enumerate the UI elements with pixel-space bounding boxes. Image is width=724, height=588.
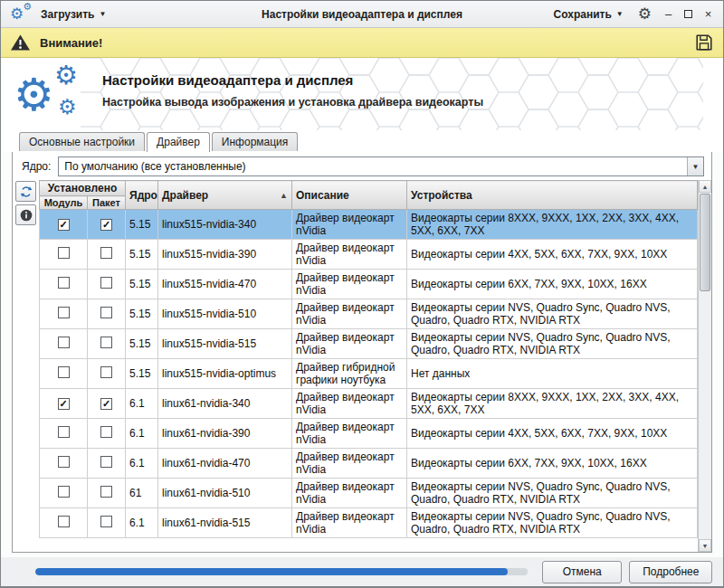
column-header-module[interactable]: Модуль (40, 196, 88, 210)
driver-table: Установлено Ядро Драйвер ▲ Описание Устр… (39, 180, 698, 552)
cell-devices: Видеокарты серии 6XX, 7XX, 9XX, 10XX, 16… (407, 449, 698, 479)
scrollbar-track[interactable] (699, 193, 711, 539)
scrollbar-thumb[interactable] (700, 194, 710, 291)
package-checkbox[interactable] (100, 366, 112, 378)
chevron-down-icon: ▼ (616, 10, 624, 18)
vertical-scrollbar[interactable]: ▲ ▼ (698, 180, 711, 552)
table-row[interactable]: 5.15 linux515-nvidia-510 Драйвер видеока… (40, 299, 698, 329)
cancel-button[interactable]: Отмена (542, 561, 622, 583)
kernel-select[interactable]: По умолчанию (все установленные) ▼ (58, 156, 704, 176)
save-button[interactable]: Сохранить ▼ (550, 5, 627, 24)
module-checkbox[interactable]: ✓ (58, 219, 70, 231)
column-header-package[interactable]: Пакет (88, 196, 126, 210)
cell-description: Драйвер видеокарт nVidia (292, 508, 407, 538)
module-checkbox[interactable] (58, 337, 70, 348)
column-header-kernel[interactable]: Ядро (126, 181, 158, 210)
table-row[interactable]: ✓ ✓ 6.1 linux61-nvidia-340 Драйвер видео… (40, 389, 698, 419)
module-checkbox[interactable] (58, 366, 70, 378)
package-checkbox[interactable] (100, 307, 112, 318)
details-button[interactable]: Подробнее (629, 561, 712, 583)
column-header-installed[interactable]: Установлено (40, 181, 126, 196)
table-row[interactable]: 6.1 linux61-nvidia-390 Драйвер видеокарт… (40, 419, 698, 449)
cell-kernel: 6.1 (126, 389, 158, 419)
app-logo-gears-icon: ⚙ ⚙ ⚙ (14, 60, 93, 128)
app-header: ⚙ ⚙ ⚙ Настройки видеоадаптера и дисплея … (1, 58, 723, 130)
package-checkbox[interactable] (100, 247, 112, 259)
tab-main-settings[interactable]: Основные настройки (19, 132, 145, 151)
table-row[interactable]: 5.15 linux515-nvidia-optimus Драйвер гиб… (40, 359, 698, 389)
table-row[interactable]: 6.1 linux61-nvidia-470 Драйвер видеокарт… (40, 449, 698, 479)
cell-kernel: 5.15 (126, 329, 158, 359)
table-row[interactable]: 6.1 linux61-nvidia-515 Драйвер видеокарт… (40, 508, 698, 538)
cell-description: Драйвер гибридной графики ноутбука (292, 359, 407, 389)
cell-devices: Нет данных (407, 359, 698, 389)
package-checkbox[interactable] (100, 486, 112, 498)
cell-kernel: 5.15 (126, 210, 158, 240)
close-button[interactable]: × (702, 8, 714, 21)
module-checkbox[interactable] (58, 307, 70, 318)
cell-driver: linux61-nvidia-470 (158, 449, 292, 479)
scroll-down-button[interactable]: ▼ (699, 539, 711, 552)
cell-description: Драйвер видеокарт nVidia (292, 449, 407, 479)
chevron-down-icon: ▼ (99, 10, 106, 18)
package-checkbox[interactable] (100, 277, 112, 289)
package-checkbox[interactable]: ✓ (100, 219, 112, 231)
maximize-button[interactable] (682, 8, 694, 21)
column-header-devices[interactable]: Устройства (407, 181, 698, 210)
cell-description: Драйвер видеокарт nVidia (292, 210, 407, 240)
kernel-select-value: По умолчанию (все установленные) (64, 160, 245, 173)
cell-description: Драйвер видеокарт nVidia (292, 389, 407, 419)
table-row[interactable]: ✓ ✓ 5.15 linux515-nvidia-340 Драйвер вид… (40, 210, 698, 240)
package-checkbox[interactable]: ✓ (100, 398, 112, 410)
warning-text: Внимание! (40, 36, 102, 50)
column-header-driver[interactable]: Драйвер ▲ (158, 181, 292, 210)
page-title: Настройки видеоадаптера и дисплея (102, 72, 483, 88)
table-header: Установлено Ядро Драйвер ▲ Описание Устр… (40, 181, 698, 210)
cell-devices: Видеокарты серии NVS, Quadro Sync, Quadr… (407, 329, 698, 359)
driver-table-body: ✓ ✓ 5.15 linux515-nvidia-340 Драйвер вид… (40, 210, 698, 538)
package-checkbox[interactable] (100, 516, 112, 527)
select-dropdown-icon[interactable]: ▼ (687, 157, 703, 175)
info-icon (19, 208, 33, 223)
cell-driver: linux61-nvidia-515 (158, 508, 292, 538)
cell-devices: Видеокарты серии NVS, Quadro Sync, Quadr… (407, 299, 698, 329)
cell-description: Драйвер видеокарт nVidia (292, 329, 407, 359)
module-checkbox[interactable] (58, 486, 70, 498)
footer: Отмена Подробнее (1, 557, 723, 586)
module-checkbox[interactable]: ✓ (58, 398, 70, 410)
cell-driver: linux61-nvidia-390 (158, 419, 292, 449)
cell-devices: Видеокарты серии 4XX, 5XX, 6XX, 7XX, 9XX… (407, 240, 698, 270)
table-row[interactable]: 5.15 linux515-nvidia-515 Драйвер видеока… (40, 329, 698, 359)
module-checkbox[interactable] (58, 247, 70, 259)
cell-description: Драйвер видеокарт nVidia (292, 479, 407, 508)
window-controls: – × (662, 8, 714, 21)
scroll-up-button[interactable]: ▲ (699, 180, 711, 193)
cell-description: Драйвер видеокарт nVidia (292, 270, 407, 299)
cell-kernel: 6.1 (126, 508, 158, 538)
table-row[interactable]: 5.15 linux515-nvidia-470 Драйвер видеока… (40, 270, 698, 299)
tab-information[interactable]: Информация (212, 132, 298, 151)
cell-devices: Видеокарты серии 8XXX, 9XXX, 1XX, 2XX, 3… (407, 389, 698, 419)
cell-kernel: 5.15 (126, 240, 158, 270)
package-checkbox[interactable] (100, 337, 112, 348)
save-file-button[interactable] (694, 33, 714, 52)
settings-gear-icon[interactable]: ⚙ (638, 6, 652, 22)
cell-description: Драйвер видеокарт nVidia (292, 299, 407, 329)
module-checkbox[interactable] (58, 456, 70, 468)
column-header-description[interactable]: Описание (292, 181, 407, 210)
titlebar: ⚙⚙ Загрузить ▼ Настройки видеоадаптера и… (1, 1, 723, 28)
minimize-button[interactable]: – (662, 8, 674, 21)
package-checkbox[interactable] (100, 426, 112, 438)
table-row[interactable]: 61 linux61-nvidia-510 Драйвер видеокарт … (40, 479, 698, 508)
module-checkbox[interactable] (58, 426, 70, 438)
refresh-button[interactable] (15, 181, 36, 202)
module-checkbox[interactable] (58, 277, 70, 289)
cell-driver: linux515-nvidia-340 (158, 210, 292, 240)
table-row[interactable]: 5.15 linux515-nvidia-390 Драйвер видеока… (40, 240, 698, 270)
package-checkbox[interactable] (100, 456, 112, 468)
load-button[interactable]: Загрузить ▼ (37, 5, 110, 24)
module-checkbox[interactable] (58, 516, 70, 527)
tab-driver[interactable]: Драйвер (147, 132, 210, 152)
cell-devices: Видеокарты серии 4XX, 5XX, 6XX, 7XX, 9XX… (407, 419, 698, 449)
info-button[interactable] (15, 204, 36, 225)
